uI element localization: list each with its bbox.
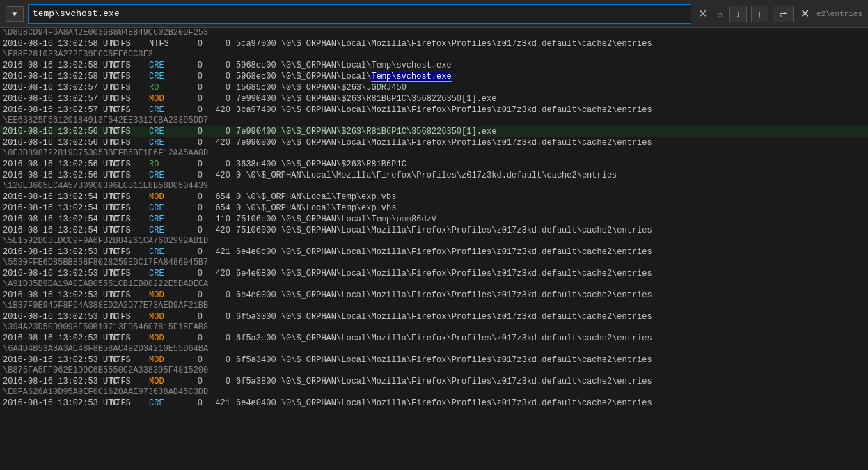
hash-line: \EE63825F56120184913F542EE3312CBA23395DD… bbox=[0, 116, 868, 126]
log-fs: NTFS bbox=[111, 38, 149, 49]
log-date: 2016-08-16 13:02:53 UTC bbox=[3, 268, 111, 279]
nav-down-button[interactable]: ↓ bbox=[729, 6, 747, 22]
log-n1: 0 bbox=[187, 333, 208, 344]
log-optype: CRE bbox=[149, 137, 187, 148]
log-fs: NTFS bbox=[111, 170, 149, 181]
search-input[interactable] bbox=[33, 8, 686, 19]
log-n1: 0 bbox=[187, 246, 208, 258]
log-path: 3638c400 \0\$_ORPHAN\$263\R81B6P1C bbox=[236, 159, 865, 170]
log-path: 6e4e0800 \0\$_ORPHAN\Local\Mozilla\Firef… bbox=[236, 268, 865, 279]
filter-button[interactable]: ⇌ bbox=[773, 6, 794, 22]
log-row[interactable]: 2016-08-16 13:02:53 UTC NTFS MOD 0 0 6f5… bbox=[0, 376, 868, 387]
log-n1: 0 bbox=[187, 104, 208, 116]
log-optype: CRE bbox=[149, 214, 187, 225]
log-row[interactable]: 2016-08-16 13:02:53 UTC NTFS MOD 0 0 6f5… bbox=[0, 354, 868, 366]
log-n1: 0 bbox=[187, 159, 208, 170]
log-n2: 0 bbox=[208, 333, 236, 344]
log-row[interactable]: 2016-08-16 13:02:53 UTC NTFS CRE 0 421 6… bbox=[0, 398, 868, 409]
log-fs: NTFS bbox=[111, 93, 149, 104]
log-n2: 0 bbox=[208, 126, 236, 137]
log-optype: MOD bbox=[149, 290, 187, 301]
log-path: 7e990400 \0\$_ORPHAN\$263\R81B6P1C\35682… bbox=[236, 93, 865, 104]
log-row[interactable]: 2016-08-16 13:02:53 UTC NTFS CRE 0 420 6… bbox=[0, 268, 868, 279]
log-row[interactable]: 2016-08-16 13:02:57 UTC NTFS RD 0 0 1568… bbox=[0, 82, 868, 93]
log-n1: 0 bbox=[187, 290, 208, 301]
log-row[interactable]: 2016-08-16 13:02:53 UTC NTFS MOD 0 0 6f5… bbox=[0, 311, 868, 322]
log-n2: 654 bbox=[208, 203, 236, 214]
log-optype: CRE bbox=[149, 60, 187, 71]
log-row[interactable]: 2016-08-16 13:02:57 UTC NTFS MOD 0 0 7e9… bbox=[0, 93, 868, 104]
log-path: 7e990000 \0\$_ORPHAN\Local\Mozilla\Firef… bbox=[236, 137, 865, 148]
log-optype: CRE bbox=[149, 170, 187, 181]
log-row[interactable]: 2016-08-16 13:02:58 UTC NTFS NTFS 0 0 5c… bbox=[0, 38, 868, 49]
log-date: 2016-08-16 13:02:54 UTC bbox=[3, 214, 111, 225]
log-row[interactable]: 2016-08-16 13:02:56 UTC NTFS RD 0 0 3638… bbox=[0, 159, 868, 170]
hash-line: \A91D35B9BA19A0EAB05551CB1EB08222E5DADEC… bbox=[0, 279, 868, 290]
log-path: 6e4e0c00 \0\$_ORPHAN\Local\Mozilla\Firef… bbox=[236, 246, 865, 258]
log-optype: CRE bbox=[149, 71, 187, 82]
log-optype: CRE bbox=[149, 398, 187, 409]
log-row[interactable]: 2016-08-16 13:02:53 UTC NTFS MOD 0 0 6e4… bbox=[0, 290, 868, 301]
log-optype: CRE bbox=[149, 225, 187, 236]
log-date: 2016-08-16 13:02:57 UTC bbox=[3, 93, 111, 104]
log-date: 2016-08-16 13:02:53 UTC bbox=[3, 290, 111, 301]
log-optype: MOD bbox=[149, 333, 187, 344]
log-date: 2016-08-16 13:02:53 UTC bbox=[3, 354, 111, 366]
log-row[interactable]: 2016-08-16 13:02:56 UTC NTFS CRE 0 420 7… bbox=[0, 137, 868, 148]
hash-line: \120E3605EC4A57B09C0396ECB11E8B58D050443… bbox=[0, 181, 868, 191]
log-path: 6f5a3800 \0\$_ORPHAN\Local\Mozilla\Firef… bbox=[236, 376, 865, 387]
log-optype: RD bbox=[149, 159, 187, 170]
hash-line: \D868CD94F6A8A42E0036B8048849C602B20DF25… bbox=[0, 28, 868, 38]
hash-line: \5E1592BC3EDCC9F9A6FB2B84261CA7602992AB1… bbox=[0, 236, 868, 246]
log-date: 2016-08-16 13:02:54 UTC bbox=[3, 225, 111, 236]
hash-line: \E0FA626A10D95A9EF6C1628AAE973638AB45C3D… bbox=[0, 387, 868, 398]
search-bar: ▼ ✕ ⌕ ↓ ↑ ⇌ ✕ e2\entries bbox=[0, 0, 868, 28]
close-search-button[interactable]: ✕ bbox=[798, 7, 812, 20]
log-date: 2016-08-16 13:02:56 UTC bbox=[3, 126, 111, 137]
log-row[interactable]: 2016-08-16 13:02:56 UTC NTFS CRE 0 420 0… bbox=[0, 170, 868, 181]
log-row[interactable]: 2016-08-16 13:02:58 UTC NTFS CRE 0 0 596… bbox=[0, 71, 868, 82]
log-date: 2016-08-16 13:02:53 UTC bbox=[3, 246, 111, 258]
log-n1: 0 bbox=[187, 191, 208, 203]
log-row[interactable]: 2016-08-16 13:02:54 UTC NTFS CRE 0 420 7… bbox=[0, 225, 868, 236]
log-row[interactable]: 2016-08-16 13:02:57 UTC NTFS CRE 0 420 3… bbox=[0, 104, 868, 116]
log-optype: CRE bbox=[149, 104, 187, 116]
log-optype: MOD bbox=[149, 311, 187, 322]
log-row[interactable]: 2016-08-16 13:02:54 UTC NTFS CRE 0 654 0… bbox=[0, 203, 868, 214]
log-fs: NTFS bbox=[111, 354, 149, 366]
hash-line: \B875FA5FF062E1D9C6B5550C2A338395F481520… bbox=[0, 366, 868, 376]
log-n1: 0 bbox=[187, 38, 208, 49]
log-path: 5ca97000 \0\$_ORPHAN\Local\Mozilla\Firef… bbox=[236, 38, 865, 49]
path-highlighted-segment: Temp\svchost.exe bbox=[371, 72, 451, 82]
search-clear-button[interactable]: ✕ bbox=[695, 7, 710, 20]
log-optype: MOD bbox=[149, 93, 187, 104]
log-fs: NTFS bbox=[111, 203, 149, 214]
log-path: 3ca97400 \0\$_ORPHAN\Local\Mozilla\Firef… bbox=[236, 104, 865, 116]
log-date: 2016-08-16 13:02:58 UTC bbox=[3, 71, 111, 82]
log-fs: NTFS bbox=[111, 225, 149, 236]
search-dropdown-button[interactable]: ▼ bbox=[6, 6, 24, 22]
log-row[interactable]: 2016-08-16 13:02:54 UTC NTFS CRE 0 110 7… bbox=[0, 214, 868, 225]
log-row[interactable]: 2016-08-16 13:02:53 UTC NTFS CRE 0 421 6… bbox=[0, 246, 868, 258]
search-button[interactable]: ⌕ bbox=[714, 8, 725, 19]
log-date: 2016-08-16 13:02:57 UTC bbox=[3, 82, 111, 93]
log-path: 0 \0\$_ORPHAN\Local\Temp\exp.vbs bbox=[236, 191, 865, 203]
hash-line: \5530FFE6D85BB858F8028259EDC17FA8486945B… bbox=[0, 258, 868, 268]
log-n1: 0 bbox=[187, 170, 208, 181]
log-row[interactable]: 2016-08-16 13:02:56 UTC NTFS CRE 0 0 7e9… bbox=[0, 126, 868, 137]
log-row[interactable]: 2016-08-16 13:02:58 UTC NTFS CRE 0 0 596… bbox=[0, 60, 868, 71]
log-fs: NTFS bbox=[111, 82, 149, 93]
log-fs: NTFS bbox=[111, 60, 149, 71]
log-n1: 0 bbox=[187, 82, 208, 93]
log-n2: 420 bbox=[208, 268, 236, 279]
log-path: 6f5a3000 \0\$_ORPHAN\Local\Mozilla\Firef… bbox=[236, 311, 865, 322]
log-optype: CRE bbox=[149, 203, 187, 214]
log-row[interactable]: 2016-08-16 13:02:53 UTC NTFS MOD 0 0 6f5… bbox=[0, 333, 868, 344]
log-optype: RD bbox=[149, 82, 187, 93]
log-row[interactable]: 2016-08-16 13:02:54 UTC NTFS MOD 0 654 0… bbox=[0, 191, 868, 203]
log-n2: 421 bbox=[208, 246, 236, 258]
log-date: 2016-08-16 13:02:53 UTC bbox=[3, 333, 111, 344]
log-n2: 0 bbox=[208, 376, 236, 387]
nav-up-button[interactable]: ↑ bbox=[751, 6, 768, 22]
log-container[interactable]: \D868CD94F6A8A42E0036B8048849C602B20DF25… bbox=[0, 28, 868, 470]
